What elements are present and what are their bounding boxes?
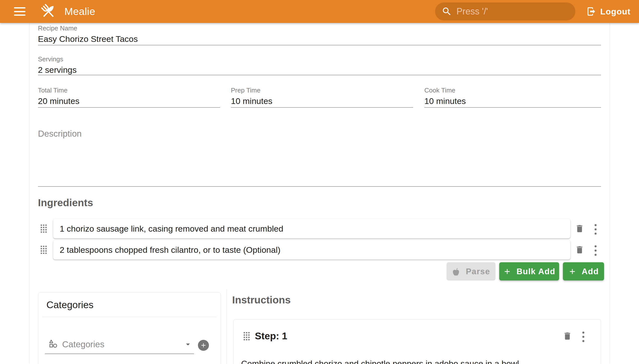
- instruction-step-card: Step: 1 Combine crumbled chorizo and chi…: [233, 319, 601, 364]
- mealie-logo-icon[interactable]: [40, 3, 57, 20]
- total-time-label: Total Time: [38, 86, 79, 94]
- create-category-button[interactable]: [198, 340, 209, 351]
- search-placeholder: Press '/': [457, 6, 488, 17]
- drag-handle-icon[interactable]: [41, 246, 47, 254]
- logout-icon: [586, 6, 596, 16]
- prep-time-underline: [231, 107, 413, 108]
- bulk-add-label: Bulk Add: [516, 267, 555, 276]
- ingredient-input[interactable]: 2 tablespoons chopped fresh cilantro, or…: [53, 240, 570, 260]
- step-text-input[interactable]: Combine crumbled chorizo and chipotle pe…: [241, 357, 593, 364]
- ingredient-row: 2 tablespoons chopped fresh cilantro, or…: [30, 240, 609, 260]
- step-menu-button[interactable]: [582, 332, 584, 342]
- recipe-name-underline: [38, 45, 601, 46]
- servings-underline: [38, 75, 601, 75]
- total-time-underline: [38, 107, 220, 108]
- logout-button[interactable]: Logout: [586, 6, 630, 16]
- plus-icon: [503, 267, 511, 276]
- instructions-section-title: Instructions: [232, 294, 291, 306]
- ingredient-menu-button[interactable]: [594, 224, 596, 234]
- bulk-add-button[interactable]: Bulk Add: [499, 262, 559, 280]
- hamburger-menu-button[interactable]: [14, 7, 26, 16]
- ingredient-input[interactable]: 1 chorizo sausage link, casing removed a…: [53, 219, 570, 238]
- column-divider: [227, 289, 227, 364]
- add-button[interactable]: Add: [563, 262, 604, 280]
- search-input[interactable]: Press '/': [435, 2, 575, 20]
- app-bar: Mealie Press '/' Logout: [0, 0, 639, 23]
- prep-time-value[interactable]: 10 minutes: [231, 96, 272, 106]
- total-time-field[interactable]: Total Time 20 minutes: [38, 86, 79, 106]
- drag-handle-icon[interactable]: [41, 225, 47, 233]
- recipe-name-value[interactable]: Easy Chorizo Street Tacos: [38, 34, 138, 44]
- categories-card: Categories Categories: [38, 292, 221, 364]
- cook-time-label: Cook Time: [424, 86, 466, 94]
- parse-label: Parse: [466, 267, 490, 276]
- search-icon: [442, 6, 452, 17]
- total-time-value[interactable]: 20 minutes: [38, 96, 79, 106]
- servings-label: Servings: [38, 55, 77, 63]
- app-title: Mealie: [64, 6, 95, 18]
- delete-ingredient-button[interactable]: [575, 224, 584, 234]
- ingredient-menu-button[interactable]: [594, 245, 596, 256]
- plus-icon: [200, 342, 207, 349]
- cook-time-field[interactable]: Cook Time 10 minutes: [424, 86, 466, 106]
- cook-time-value[interactable]: 10 minutes: [424, 96, 466, 106]
- drag-handle-icon[interactable]: [244, 332, 250, 340]
- cook-time-underline: [424, 107, 601, 108]
- prep-time-field[interactable]: Prep Time 10 minutes: [231, 86, 272, 106]
- trash-icon: [575, 245, 584, 255]
- recipe-editor-card: Recipe Name Easy Chorizo Street Tacos Se…: [30, 23, 609, 364]
- shapes-icon: [48, 339, 58, 349]
- ingredient-row: 1 chorizo sausage link, casing removed a…: [30, 219, 609, 238]
- categories-select-underline: [45, 354, 194, 354]
- logout-label: Logout: [600, 7, 630, 16]
- trash-icon: [563, 331, 572, 341]
- plus-icon: [568, 267, 577, 276]
- step-title: Step: 1: [255, 330, 287, 342]
- description-underline: [38, 186, 601, 187]
- description-label: Description: [38, 129, 82, 138]
- ingredient-text: 2 tablespoons chopped fresh cilantro, or…: [60, 245, 281, 255]
- delete-ingredient-button[interactable]: [575, 245, 584, 255]
- categories-select[interactable]: Categories: [62, 339, 104, 349]
- apple-icon: [452, 267, 461, 276]
- trash-icon: [575, 224, 584, 234]
- categories-card-title: Categories: [46, 300, 94, 310]
- chevron-down-icon[interactable]: [183, 340, 192, 349]
- servings-field[interactable]: Servings 2 servings: [38, 55, 77, 75]
- prep-time-label: Prep Time: [231, 86, 272, 94]
- add-label: Add: [582, 267, 599, 276]
- ingredient-text: 1 chorizo sausage link, casing removed a…: [60, 224, 283, 234]
- ingredients-section-title: Ingredients: [38, 197, 93, 209]
- categories-divider: [42, 317, 217, 317]
- servings-value[interactable]: 2 servings: [38, 65, 77, 75]
- description-textarea[interactable]: [38, 140, 601, 185]
- recipe-name-label: Recipe Name: [38, 24, 138, 32]
- recipe-name-field[interactable]: Recipe Name Easy Chorizo Street Tacos: [38, 24, 138, 44]
- delete-step-button[interactable]: [563, 331, 572, 341]
- parse-button[interactable]: Parse: [447, 262, 496, 280]
